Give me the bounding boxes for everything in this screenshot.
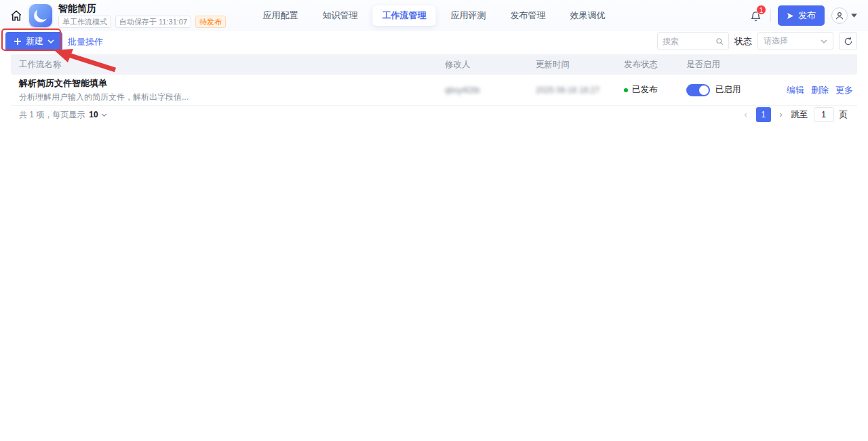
total-count-text: 共 1 项，每页显示 — [19, 109, 85, 121]
table-header-row: 工作流名称 修改人 更新时间 发布状态 是否启用 — [11, 54, 857, 75]
header-divider — [770, 9, 771, 22]
table-footer: 共 1 项，每页显示 10 ‹ 1 › 跳至 页 — [11, 106, 857, 123]
app-title: 智能简历 — [58, 3, 226, 14]
workflow-description: 分析理解用户输入的简历文件，解析出字段值... — [19, 92, 445, 103]
autosave-tag: 自动保存于 11:31:07 — [115, 16, 191, 28]
col-workflow-name: 工作流名称 — [19, 59, 445, 71]
chevron-down-icon — [821, 39, 827, 43]
modifier-redacted: qbsy4l2tb — [445, 85, 536, 95]
search-icon — [715, 37, 724, 46]
col-updated-time: 更新时间 — [536, 59, 624, 71]
refresh-button[interactable] — [839, 32, 857, 50]
tab-release[interactable]: 发布管理 — [501, 5, 555, 26]
new-workflow-button[interactable]: 新建 — [5, 32, 62, 51]
chevron-down-icon — [47, 39, 54, 43]
home-icon[interactable] — [9, 9, 23, 22]
top-header: 智能简历 单工作流模式 自动保存于 11:31:07 待发布 应用配置 知识管理… — [0, 0, 868, 31]
table-row: 解析简历文件智能填单 分析理解用户输入的简历文件，解析出字段值... qbsy4… — [11, 75, 857, 106]
col-publish-status: 发布状态 — [624, 59, 686, 71]
search-box — [657, 32, 729, 50]
page-size-select[interactable]: 10 — [89, 110, 106, 119]
pending-publish-tag: 待发布 — [195, 16, 226, 28]
tab-workflow[interactable]: 工作流管理 — [373, 5, 436, 26]
avatar-icon — [831, 7, 848, 24]
batch-actions-button[interactable]: 批量操作 — [68, 36, 103, 48]
notification-bell-icon[interactable]: 1 — [747, 7, 764, 24]
edit-button[interactable]: 编辑 — [787, 84, 804, 96]
app-logo-icon — [29, 4, 52, 27]
search-input[interactable] — [663, 37, 715, 46]
enabled-toggle[interactable] — [686, 84, 710, 96]
more-button[interactable]: 更多 — [835, 84, 853, 96]
main-nav-tabs: 应用配置 知识管理 工作流管理 应用评测 发布管理 效果调优 — [254, 5, 615, 26]
updated-time-redacted: 2025 06-16 16:27 — [536, 85, 624, 95]
tab-app-config[interactable]: 应用配置 — [254, 5, 308, 26]
jump-page-input[interactable] — [814, 107, 834, 122]
refresh-icon — [844, 37, 853, 46]
tab-knowledge[interactable]: 知识管理 — [313, 5, 368, 26]
page-unit-label: 页 — [840, 109, 848, 121]
status-filter-label: 状态 — [734, 35, 752, 47]
chevron-down-icon — [101, 113, 107, 117]
jump-to-label: 跳至 — [791, 109, 808, 121]
prev-page-icon[interactable]: ‹ — [741, 110, 751, 119]
next-page-icon[interactable]: › — [776, 110, 786, 119]
workflow-table: 工作流名称 修改人 更新时间 发布状态 是否启用 解析简历文件智能填单 分析理解… — [11, 54, 857, 106]
send-icon — [787, 12, 794, 20]
user-menu[interactable] — [831, 7, 857, 24]
status-filter-select[interactable]: 请选择 — [757, 32, 833, 50]
enabled-label: 已启用 — [715, 84, 741, 96]
published-status-dot — [624, 88, 628, 92]
publish-status-text: 已发布 — [632, 84, 658, 96]
caret-down-icon — [851, 14, 857, 18]
publish-button[interactable]: 发布 — [778, 5, 825, 26]
delete-button[interactable]: 删除 — [811, 84, 829, 96]
workflow-toolbar: 新建 批量操作 状态 请选择 — [0, 31, 868, 53]
tab-evaluation[interactable]: 应用评测 — [441, 5, 496, 26]
col-enabled: 是否启用 — [686, 59, 787, 71]
plus-icon — [14, 37, 22, 45]
tab-optimization[interactable]: 效果调优 — [561, 5, 615, 26]
workflow-name[interactable]: 解析简历文件智能填单 — [19, 77, 445, 90]
mode-tag: 单工作流模式 — [58, 16, 111, 28]
page-number-button[interactable]: 1 — [756, 107, 771, 122]
notification-badge: 1 — [756, 5, 766, 15]
col-modifier: 修改人 — [445, 59, 536, 71]
